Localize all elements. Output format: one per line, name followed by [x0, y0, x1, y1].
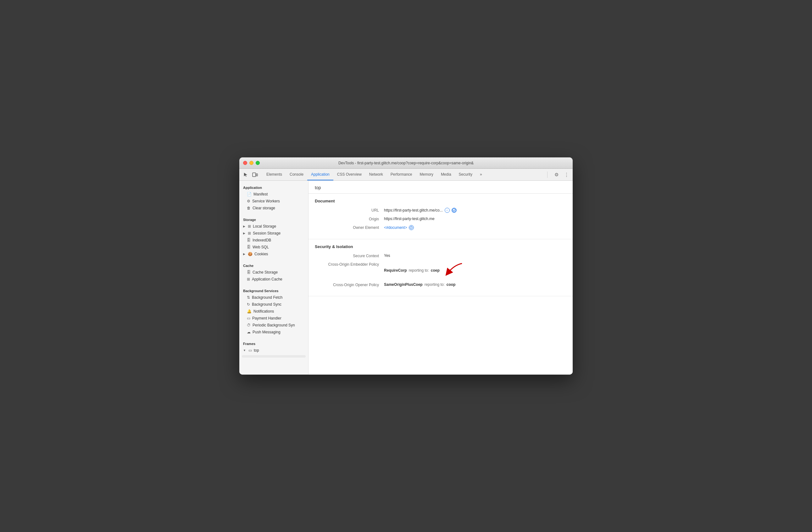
expand-arrow-icon: ▶	[243, 232, 245, 235]
url-circle-icon-1[interactable]: ○	[445, 208, 450, 213]
document-section: Document URL https://first-party-test.gl…	[308, 194, 573, 239]
background-sync-icon: ↻	[247, 302, 250, 307]
periodic-bg-sync-icon: ⏱	[247, 323, 251, 327]
sidebar-item-background-sync[interactable]: ↻ Background Sync	[239, 301, 308, 308]
sidebar-item-periodic-bg-sync[interactable]: ⏱ Periodic Background Syn	[239, 322, 308, 328]
sidebar-item-background-fetch[interactable]: ⇅ Background Fetch	[239, 294, 308, 301]
coep-label: Cross-Origin Embedder Policy	[315, 262, 384, 267]
sidebar-section-application: Application	[239, 183, 308, 191]
url-value-container: https://first-party-test.glitch.me/co...…	[384, 208, 456, 213]
notifications-icon: 🔔	[247, 309, 251, 313]
coep-reporting-label: reporting to:	[409, 268, 429, 272]
sidebar-item-websql[interactable]: 🗄 Web SQL	[239, 244, 308, 251]
sidebar-item-local-storage[interactable]: ▶ ⊞ Local Storage	[239, 223, 308, 230]
sidebar: Application 📄 Manifest ⚙ Service Workers…	[239, 181, 308, 375]
tabbar-tool-icons	[242, 169, 259, 180]
tab-memory[interactable]: Memory	[416, 169, 437, 180]
sidebar-section-storage: Storage	[239, 215, 308, 223]
device-toggle-icon[interactable]	[251, 171, 259, 179]
security-section: Security & Isolation Secure Context Yes …	[308, 239, 573, 296]
tab-network[interactable]: Network	[365, 169, 387, 180]
secure-context-label: Secure Context	[315, 253, 384, 258]
coop-value-container: SameOriginPlusCoep reporting to: coop	[384, 282, 455, 287]
push-messaging-icon: ☁	[247, 330, 251, 334]
sidebar-item-cache-storage[interactable]: 🗄 Cache Storage	[239, 269, 308, 276]
tab-css-overview[interactable]: CSS Overview	[333, 169, 365, 180]
devtools-window: DevTools - first-party-test.glitch.me/co…	[239, 157, 573, 375]
url-field-row: URL https://first-party-test.glitch.me/c…	[315, 208, 566, 213]
svg-point-5	[411, 228, 412, 228]
minimize-button[interactable]	[249, 161, 253, 165]
settings-icon[interactable]: ⚙	[553, 171, 560, 179]
service-workers-icon: ⚙	[247, 199, 250, 204]
sidebar-item-indexeddb[interactable]: 🗄 IndexedDB	[239, 237, 308, 244]
sidebar-section-frames: Frames	[239, 339, 308, 347]
main-area: Application 📄 Manifest ⚙ Service Workers…	[239, 181, 573, 375]
coop-reporting-label: reporting to:	[424, 282, 445, 287]
sidebar-item-push-messaging[interactable]: ☁ Push Messaging	[239, 328, 308, 336]
maximize-button[interactable]	[256, 161, 260, 165]
sidebar-section-cache: Cache	[239, 261, 308, 269]
tabbar-right-controls: ⚙ ⋮	[545, 169, 570, 180]
close-button[interactable]	[243, 161, 247, 165]
sidebar-section-background-services: Background Services	[239, 286, 308, 294]
sidebar-item-cookies[interactable]: ▶ 🍪 Cookies	[239, 251, 308, 257]
frame-icon: ▭	[248, 348, 252, 353]
frame-title: top	[308, 181, 573, 194]
background-fetch-icon: ⇅	[247, 295, 250, 300]
coep-value-container: RequireCorp reporting to: coep	[384, 262, 464, 279]
svg-rect-0	[252, 173, 256, 177]
sidebar-item-session-storage[interactable]: ▶ ⊞ Session Storage	[239, 230, 308, 237]
origin-field-row: Origin https://first-party-test.glitch.m…	[315, 216, 566, 221]
url-circle-icon-2[interactable]	[452, 208, 456, 213]
svg-rect-1	[256, 174, 258, 176]
tabbar: Elements Console Application CSS Overvie…	[239, 169, 573, 181]
titlebar: DevTools - first-party-test.glitch.me/co…	[239, 157, 573, 169]
url-value: https://first-party-test.glitch.me/co...	[384, 208, 443, 212]
traffic-lights	[243, 161, 260, 165]
window-title: DevTools - first-party-test.glitch.me/co…	[338, 161, 474, 165]
payment-handler-icon: ▭	[247, 316, 250, 320]
more-options-icon[interactable]: ⋮	[563, 171, 570, 179]
coop-label: Cross-Origin Opener Policy	[315, 282, 384, 287]
secure-context-value: Yes	[384, 253, 390, 258]
sidebar-item-payment-handler[interactable]: ▭ Payment Handler	[239, 315, 308, 322]
app-cache-icon: ⊞	[247, 277, 250, 281]
owner-element-value[interactable]: <#document>	[384, 225, 414, 230]
sidebar-item-notifications[interactable]: 🔔 Notifications	[239, 308, 308, 315]
sidebar-item-service-workers[interactable]: ⚙ Service Workers	[239, 198, 308, 205]
tab-elements[interactable]: Elements	[263, 169, 286, 180]
sidebar-item-manifest[interactable]: 📄 Manifest	[239, 191, 308, 198]
manifest-icon: 📄	[247, 192, 251, 196]
clear-storage-icon: 🗑	[247, 206, 251, 210]
url-label: URL	[315, 208, 384, 212]
coep-reporting-value: coep	[431, 268, 440, 272]
tab-application[interactable]: Application	[307, 169, 333, 180]
red-arrow-annotation	[445, 262, 464, 279]
cursor-icon[interactable]	[242, 171, 249, 179]
tab-performance[interactable]: Performance	[387, 169, 416, 180]
sidebar-item-application-cache[interactable]: ⊞ Application Cache	[239, 276, 308, 283]
owner-element-field-row: Owner Element <#document>	[315, 225, 566, 230]
document-section-title: Document	[315, 199, 566, 204]
origin-value: https://first-party-test.glitch.me	[384, 216, 435, 221]
coop-value: SameOriginPlusCoep	[384, 282, 423, 287]
local-storage-icon: ⊞	[248, 224, 251, 228]
expand-arrow-icon: ▶	[243, 225, 245, 228]
owner-element-circle-icon[interactable]	[409, 225, 414, 230]
content-area: top Document URL https://first-party-tes…	[308, 181, 573, 375]
sidebar-item-clear-storage[interactable]: 🗑 Clear storage	[239, 205, 308, 212]
secure-context-field-row: Secure Context Yes	[315, 253, 566, 258]
coep-field-row: Cross-Origin Embedder Policy RequireCorp…	[315, 262, 566, 279]
coop-reporting-value: coop	[447, 282, 456, 287]
origin-label: Origin	[315, 216, 384, 221]
frame-arrow-icon: ▼	[243, 349, 246, 352]
sidebar-item-top-frame[interactable]: ▼ ▭ top	[239, 347, 308, 354]
tab-console[interactable]: Console	[286, 169, 307, 180]
tab-security[interactable]: Security	[455, 169, 476, 180]
session-storage-icon: ⊞	[248, 231, 251, 236]
cache-storage-icon: 🗄	[247, 270, 251, 275]
coep-value: RequireCorp	[384, 268, 407, 272]
tab-more[interactable]: »	[476, 169, 486, 180]
tab-media[interactable]: Media	[437, 169, 455, 180]
